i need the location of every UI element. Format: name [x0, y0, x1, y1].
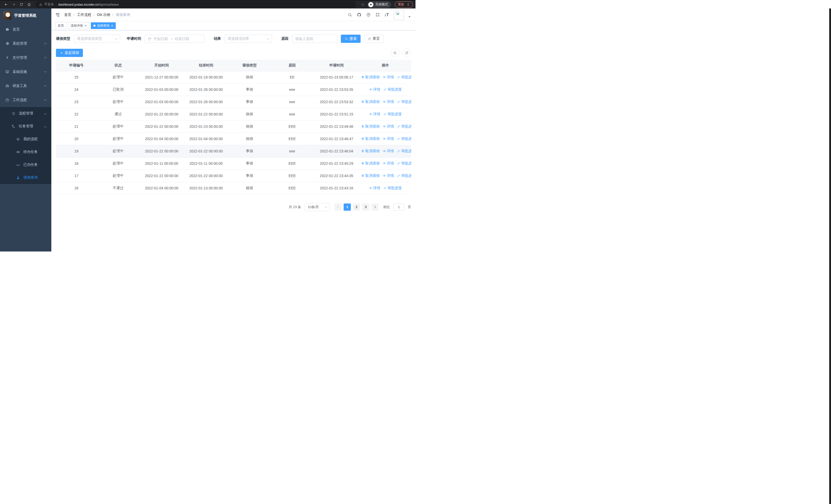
- create-leave-button[interactable]: 发起请假: [56, 49, 83, 57]
- avatar[interactable]: [394, 10, 404, 20]
- page-size-select[interactable]: 10条/页: [305, 203, 330, 211]
- fullscreen-icon[interactable]: [375, 12, 380, 17]
- table-row[interactable]: 24已取消2022-01-03 00:00:002022-01-26 00:00…: [56, 83, 411, 96]
- reset-button[interactable]: 重置: [364, 35, 384, 43]
- toggle-search-button[interactable]: [391, 49, 399, 57]
- sidebar-logo-row[interactable]: 芋道管理系统: [0, 8, 51, 22]
- table-row[interactable]: 19处理中2022-01-22 00:00:002022-01-22 00:00…: [56, 145, 411, 157]
- action-detail[interactable]: 详情: [369, 186, 380, 190]
- result-select[interactable]: 请选择流结果: [225, 35, 272, 43]
- table-row[interactable]: 21处理中2022-01-22 00:00:002022-01-23 00:00…: [56, 120, 411, 133]
- action-approval-progress[interactable]: 审批进度: [397, 137, 411, 141]
- cell-start-time: 2022-01-03 00:00:00: [139, 83, 184, 96]
- address-bar[interactable]: 不安全 dashboard.yudao.iocoder.cn/bpm/oa/le…: [35, 1, 356, 8]
- sidebar-item-system[interactable]: 系统管理: [0, 36, 51, 51]
- table-row[interactable]: 18处理中2022-01-11 00:00:002022-01-11 00:00…: [56, 157, 411, 170]
- action-cancel-leave[interactable]: 取消请假: [361, 75, 379, 80]
- caret-down-icon[interactable]: [407, 14, 412, 20]
- eye-icon: [383, 174, 386, 177]
- action-detail[interactable]: 详情: [369, 112, 380, 117]
- action-detail[interactable]: 详情: [383, 75, 394, 80]
- next-page-button[interactable]: [371, 204, 378, 211]
- breadcrumb-item[interactable]: 工作流程: [77, 12, 91, 17]
- browser-home-button[interactable]: [26, 1, 32, 8]
- table-row[interactable]: 16不通过2022-01-04 00:00:002022-01-13 00:00…: [56, 182, 411, 194]
- action-approval-progress[interactable]: 审批进度: [383, 186, 402, 190]
- cell-start-time: 2022-01-11 00:00:00: [139, 157, 184, 170]
- browser-menu-icon[interactable]: ⋮: [406, 3, 410, 6]
- action-cancel-leave[interactable]: 取消请假: [361, 124, 379, 129]
- tab-process-detail[interactable]: 流程详情✕: [68, 22, 89, 29]
- sidebar-item-task-mgmt[interactable]: 任务管理: [0, 120, 51, 133]
- action-detail[interactable]: 详情: [369, 87, 380, 92]
- apply-time-range-picker[interactable]: -: [145, 35, 204, 43]
- sidebar-item-leave-query[interactable]: 请假查询: [0, 171, 51, 184]
- action-approval-progress[interactable]: 审批进度: [397, 124, 411, 129]
- action-approval-progress[interactable]: 审批进度: [383, 112, 402, 117]
- close-icon[interactable]: ✕: [84, 24, 87, 27]
- flow-icon: [11, 124, 16, 128]
- action-approval-progress[interactable]: 审批进度: [397, 99, 411, 104]
- table-row[interactable]: 25处理中2021-12-27 00:00:002022-01-19 00:00…: [56, 71, 411, 83]
- browser-reload-button[interactable]: [18, 1, 25, 8]
- prev-page-button[interactable]: [335, 204, 342, 211]
- list-icon: [11, 112, 16, 116]
- sidebar-item-done-tasks[interactable]: 已办任务: [0, 158, 51, 171]
- action-cancel-leave[interactable]: 取消请假: [361, 161, 379, 166]
- breadcrumb-item[interactable]: OA 示例: [97, 12, 110, 17]
- browser-back-button[interactable]: [3, 1, 9, 8]
- action-label: 审批进度: [401, 124, 411, 129]
- action-approval-progress[interactable]: 审批进度: [397, 174, 411, 178]
- action-cancel-leave[interactable]: 取消请假: [361, 174, 379, 178]
- sidebar-item-payment[interactable]: ¥支付管理: [0, 51, 51, 65]
- action-detail[interactable]: 详情: [383, 161, 394, 166]
- action-detail[interactable]: 详情: [383, 149, 394, 153]
- search-icon[interactable]: [348, 12, 352, 17]
- sidebar-item-home[interactable]: 首页: [0, 22, 51, 36]
- action-detail[interactable]: 详情: [383, 99, 394, 104]
- table-row[interactable]: 22通过2022-01-22 00:00:002022-01-22 00:00:…: [56, 108, 411, 120]
- action-detail[interactable]: 详情: [383, 174, 394, 178]
- table-row[interactable]: 17处理中2022-01-22 00:00:002022-01-22 00:00…: [56, 170, 411, 182]
- sidebar-collapse-icon[interactable]: [55, 12, 60, 17]
- close-icon[interactable]: ✕: [111, 24, 113, 27]
- end-date-input[interactable]: [175, 37, 191, 41]
- font-size-icon[interactable]: TT: [385, 12, 389, 17]
- cell-apply-time: 2022-01-22 23:46:04: [313, 145, 360, 157]
- tab-leave-query[interactable]: 请假查询✕: [91, 22, 116, 29]
- search-button[interactable]: 搜索: [341, 35, 361, 43]
- table-row[interactable]: 20处理中2022-01-04 00:00:002022-01-04 00:00…: [56, 133, 411, 145]
- action-cancel-leave[interactable]: 取消请假: [361, 137, 379, 141]
- bookmark-star-icon[interactable]: ☆: [361, 2, 365, 7]
- reason-input[interactable]: [295, 37, 335, 41]
- action-approval-progress[interactable]: 审批进度: [383, 87, 402, 92]
- goto-page-input[interactable]: [394, 204, 404, 211]
- browser-update-button[interactable]: 更新 ⋮: [395, 1, 413, 8]
- sidebar-item-my-process[interactable]: 我的流程: [0, 133, 51, 146]
- action-approval-progress[interactable]: 审批进度: [397, 161, 411, 166]
- browser-forward-button[interactable]: [10, 1, 17, 8]
- svg-text:¥: ¥: [7, 56, 8, 59]
- tab-home[interactable]: 首页: [55, 22, 66, 29]
- page-button-3[interactable]: 3: [362, 204, 369, 211]
- action-cancel-leave[interactable]: 取消请假: [361, 99, 379, 104]
- page-button-2[interactable]: 2: [353, 204, 360, 211]
- action-approval-progress[interactable]: 审批进度: [397, 149, 411, 153]
- github-icon[interactable]: [357, 12, 361, 17]
- sidebar-item-process-mgmt[interactable]: 流程管理: [0, 107, 51, 120]
- action-detail[interactable]: 详情: [383, 124, 394, 129]
- sidebar-item-infrastructure[interactable]: 基础设施: [0, 65, 51, 79]
- help-icon[interactable]: [366, 12, 371, 17]
- sidebar-item-todo-tasks[interactable]: 待办任务: [0, 146, 51, 158]
- table-row[interactable]: 23处理中2022-01-03 00:00:002022-01-26 00:00…: [56, 96, 411, 108]
- sidebar-item-workflow[interactable]: 工作流程: [0, 93, 51, 107]
- start-date-input[interactable]: [153, 37, 169, 41]
- action-cancel-leave[interactable]: 取消请假: [361, 149, 379, 153]
- action-approval-progress[interactable]: 审批进度: [397, 75, 411, 80]
- sidebar-item-dev-tools[interactable]: 研发工具: [0, 79, 51, 93]
- breadcrumb-item[interactable]: 首页: [64, 12, 71, 17]
- page-button-1[interactable]: 1: [344, 204, 351, 211]
- action-detail[interactable]: 详情: [383, 137, 394, 141]
- leave-type-select[interactable]: 请选择请假类型: [74, 35, 120, 43]
- refresh-table-button[interactable]: [402, 49, 411, 57]
